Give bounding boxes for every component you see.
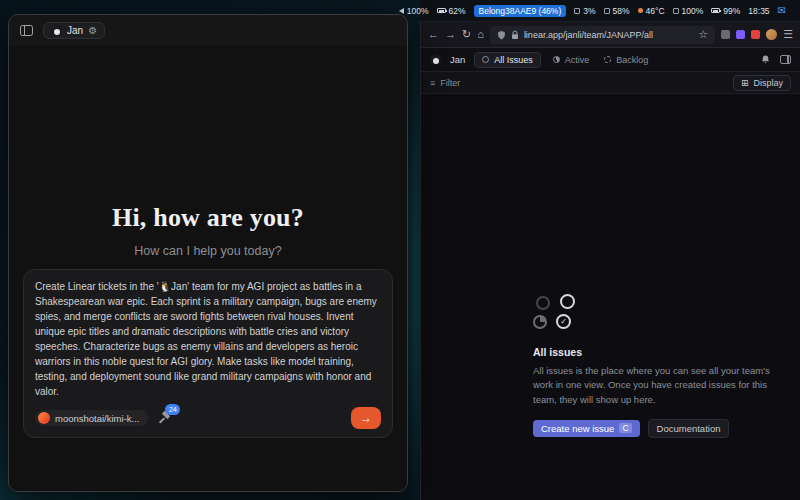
hero: Hi, how are you? How can I help you toda…	[9, 203, 407, 258]
tab-backlog[interactable]: Backlog	[601, 53, 651, 67]
battery-value: 62%	[449, 6, 466, 16]
extensions-icon[interactable]	[721, 30, 730, 39]
extension-purple-icon[interactable]	[736, 30, 745, 39]
all-issues-icon	[482, 56, 489, 63]
status-temperature: 46°C	[638, 6, 665, 16]
battery-icon	[437, 8, 446, 13]
memory-value: 58%	[613, 6, 630, 16]
model-selector[interactable]: moonshotai/kimi-k...	[35, 410, 148, 426]
filter-label: Filter	[440, 78, 460, 88]
url-bar[interactable]: linear.app/janli/team/JANAPP/all ☆	[490, 26, 715, 44]
linear-header: Jan All Issues Active Backlog	[421, 48, 800, 72]
forward-button[interactable]: →	[445, 29, 456, 40]
shield-icon	[497, 30, 506, 40]
memory-icon	[604, 8, 610, 14]
battery2-value: 99%	[723, 6, 740, 16]
tab-all-issues[interactable]: All Issues	[474, 52, 541, 68]
tools-count-badge: 24	[165, 404, 180, 415]
display-icon: ⊞	[741, 78, 749, 88]
status-volume: 100%	[399, 6, 429, 16]
empty-state-description: All issues is the place where you can se…	[533, 364, 785, 407]
in-progress-circle-icon	[533, 315, 547, 329]
assistant-name: Jan	[67, 25, 83, 36]
browser-menu-button[interactable]: ☰	[783, 29, 793, 40]
linear-team-name[interactable]: Jan	[450, 54, 465, 65]
extension-red-icon[interactable]	[751, 30, 760, 39]
team-penguin-icon	[430, 54, 441, 65]
notifications-bell-icon[interactable]	[760, 54, 771, 65]
penguin-icon	[51, 25, 62, 36]
tab-all-issues-label: All Issues	[494, 55, 533, 65]
filter-button[interactable]: ≡ Filter	[430, 78, 460, 88]
cpu-icon	[574, 8, 580, 14]
reload-button[interactable]: ↻	[462, 29, 471, 40]
display-label: Display	[753, 78, 783, 88]
done-circle-icon: ✓	[556, 314, 571, 329]
mail-icon[interactable]: ✉	[778, 5, 786, 16]
composer-toolbar: moonshotai/kimi-k... 24 →	[35, 407, 381, 429]
tab-active[interactable]: Active	[550, 53, 593, 67]
network-name: Belong38AAE9 (46%)	[479, 6, 562, 16]
system-status-bar: 100% 62% Belong38AAE9 (46%) 3% 58% 46°C …	[420, 0, 800, 22]
assistant-selector[interactable]: Jan ⚙	[43, 22, 105, 39]
jan-app-window: Jan ⚙ Hi, how are you? How can I help yo…	[8, 14, 408, 492]
volume-icon	[399, 8, 404, 14]
status-memory: 58%	[604, 6, 630, 16]
active-icon	[553, 56, 560, 63]
prompt-input[interactable]: Create Linear tickets in the '🐧Jan' team…	[35, 279, 381, 399]
linear-filter-bar: ≡ Filter ⊞ Display	[421, 72, 800, 94]
filter-icon: ≡	[430, 78, 435, 88]
gear-icon[interactable]: ⚙	[88, 25, 97, 36]
side-panel-icon[interactable]	[780, 55, 791, 64]
status-disk: 100%	[673, 6, 704, 16]
url-text: linear.app/janli/team/JANAPP/all	[524, 30, 693, 40]
disk-value: 100%	[682, 6, 704, 16]
lock-icon	[511, 30, 519, 40]
moonshot-model-icon	[38, 412, 50, 424]
temperature-icon	[638, 8, 643, 13]
tab-backlog-label: Backlog	[616, 55, 648, 65]
desktop: 100% 62% Belong38AAE9 (46%) 3% 58% 46°C …	[0, 0, 800, 500]
shortcut-key-badge: C	[619, 423, 631, 433]
home-button[interactable]: ⌂	[477, 29, 484, 40]
bookmark-star-icon[interactable]: ☆	[698, 29, 708, 40]
status-clock: 18:35	[748, 6, 769, 16]
status-battery: 62%	[437, 6, 466, 16]
volume-value: 100%	[407, 6, 429, 16]
documentation-button[interactable]: Documentation	[648, 419, 730, 438]
empty-state-title: All issues	[533, 346, 785, 358]
tools-button[interactable]: 24	[158, 411, 172, 425]
empty-state: ✓ All issues All issues is the place whe…	[533, 294, 785, 438]
disk-icon	[673, 8, 679, 14]
sidebar-toggle-icon[interactable]	[20, 25, 33, 36]
status-cpu: 3%	[574, 6, 595, 16]
send-button[interactable]: →	[351, 407, 381, 429]
backlog-circle-icon	[536, 296, 550, 310]
greeting-title: Hi, how are you?	[9, 203, 407, 233]
back-button[interactable]: ←	[428, 29, 439, 40]
display-button[interactable]: ⊞ Display	[733, 75, 791, 91]
issue-states-illustration: ✓	[533, 294, 593, 336]
cpu-value: 3%	[583, 6, 595, 16]
create-new-issue-label: Create new issue	[541, 423, 614, 434]
status-battery-2: 99%	[711, 6, 740, 16]
battery2-icon	[711, 8, 720, 13]
model-name: moonshotai/kimi-k...	[55, 413, 139, 424]
jan-main: Hi, how are you? How can I help you toda…	[9, 45, 407, 491]
tab-active-label: Active	[565, 55, 590, 65]
greeting-subtitle: How can I help you today?	[9, 244, 407, 258]
profile-avatar[interactable]	[766, 29, 777, 40]
chat-composer[interactable]: Create Linear tickets in the '🐧Jan' team…	[23, 269, 393, 438]
browser-window: ← → ↻ ⌂ linear.app/janli/team/JANAPP/all…	[420, 22, 800, 500]
empty-state-actions: Create new issue C Documentation	[533, 419, 785, 438]
todo-circle-icon	[560, 294, 575, 309]
linear-content: ✓ All issues All issues is the place whe…	[421, 94, 800, 500]
jan-topbar: Jan ⚙	[9, 15, 407, 45]
browser-toolbar: ← → ↻ ⌂ linear.app/janli/team/JANAPP/all…	[421, 22, 800, 48]
status-network[interactable]: Belong38AAE9 (46%)	[474, 5, 567, 17]
clock-value: 18:35	[748, 6, 769, 16]
temperature-value: 46°C	[646, 6, 665, 16]
backlog-icon	[604, 56, 611, 63]
create-new-issue-button[interactable]: Create new issue C	[533, 420, 640, 437]
